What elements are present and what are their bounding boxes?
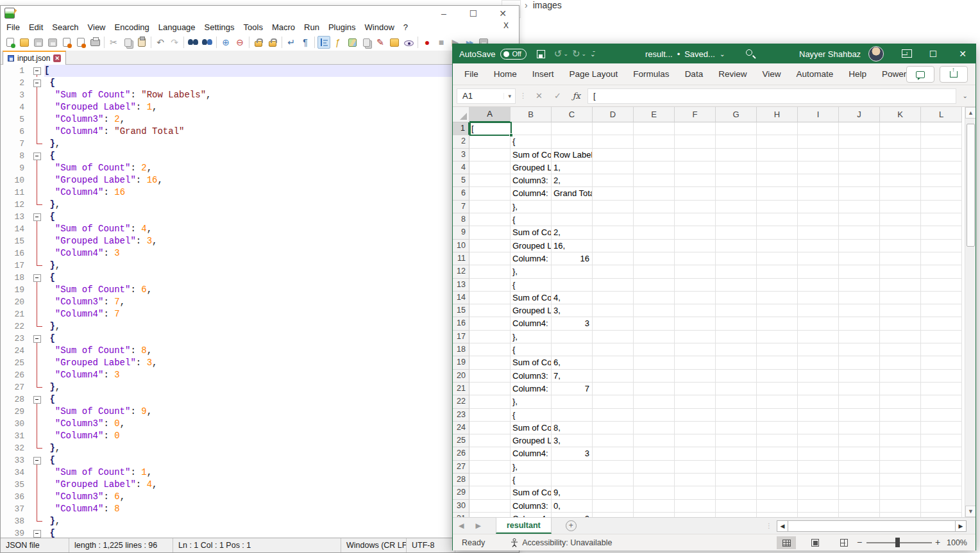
fold-marker[interactable] — [30, 406, 44, 418]
record-macro-icon[interactable]: ● — [421, 36, 434, 49]
row-header-15[interactable]: 15 — [453, 304, 469, 317]
cell-H1[interactable] — [757, 122, 798, 135]
fold-marker[interactable] — [30, 320, 44, 333]
confirm-entry-icon[interactable]: ✓ — [550, 91, 566, 101]
cell-D6[interactable] — [593, 187, 634, 200]
cell-C3[interactable]: Row Labels, — [552, 149, 593, 161]
cell-L15[interactable] — [921, 304, 962, 317]
cell-L2[interactable] — [921, 135, 962, 148]
cell-L9[interactable] — [921, 226, 962, 239]
cell-J2[interactable] — [839, 135, 880, 148]
cell-G16[interactable] — [716, 317, 757, 330]
cell-L25[interactable] — [921, 434, 962, 447]
cell-I24[interactable] — [798, 422, 839, 434]
code-line[interactable]: 30 "Column3": 0, — [1, 418, 519, 430]
cell-D8[interactable] — [593, 213, 634, 226]
cell-I30[interactable] — [798, 500, 839, 513]
cell-A7[interactable] — [469, 201, 511, 213]
cell-A29[interactable] — [469, 486, 511, 499]
menu-language[interactable]: Language — [154, 21, 200, 34]
name-box-chevron-icon[interactable]: ▾ — [503, 93, 515, 99]
cell-H8[interactable] — [757, 213, 798, 226]
cell-I5[interactable] — [798, 174, 839, 187]
column-header-K[interactable]: K — [880, 107, 921, 122]
cell-G2[interactable] — [716, 135, 757, 148]
cell-G24[interactable] — [716, 422, 757, 434]
menu-plugins[interactable]: Plugins — [324, 21, 360, 34]
cell-L4[interactable] — [921, 161, 962, 174]
row-header-8[interactable]: 8 — [453, 213, 469, 226]
cell-K11[interactable] — [880, 252, 921, 265]
cell-F15[interactable] — [675, 304, 716, 317]
row-header-19[interactable]: 19 — [453, 356, 469, 369]
cell-H22[interactable] — [757, 395, 798, 408]
row-header-6[interactable]: 6 — [453, 187, 469, 200]
cell-A31[interactable] — [469, 513, 511, 517]
cell-A20[interactable] — [469, 370, 511, 383]
row-header-7[interactable]: 7 — [453, 201, 469, 213]
share-button[interactable] — [940, 66, 968, 83]
cell-I22[interactable] — [798, 395, 839, 408]
cell-B27[interactable]: }, — [511, 461, 552, 474]
cell-J3[interactable] — [839, 149, 880, 161]
horizontal-scroll-track[interactable] — [788, 520, 955, 532]
cell-L22[interactable] — [921, 395, 962, 408]
cell-G31[interactable] — [716, 513, 757, 517]
fold-marker[interactable] — [30, 247, 44, 260]
cell-E5[interactable] — [634, 174, 675, 187]
code-line[interactable]: 6 "Column4": "Grand Total" — [1, 126, 519, 138]
cell-D13[interactable] — [593, 279, 634, 292]
code-line[interactable]: 28 { — [1, 393, 519, 406]
row-header-4[interactable]: 4 — [453, 161, 469, 174]
cell-K17[interactable] — [880, 331, 921, 343]
cell-K15[interactable] — [880, 304, 921, 317]
code-line[interactable]: 33 { — [1, 454, 519, 466]
cell-K25[interactable] — [880, 434, 921, 447]
cell-E7[interactable] — [634, 201, 675, 213]
code-line[interactable]: 15 "Grouped Label": 3, — [1, 235, 519, 247]
cell-L29[interactable] — [921, 486, 962, 499]
fold-marker[interactable] — [30, 138, 44, 150]
cell-H10[interactable] — [757, 240, 798, 252]
cell-J27[interactable] — [839, 461, 880, 474]
cell-K30[interactable] — [880, 500, 921, 513]
cell-E24[interactable] — [634, 422, 675, 434]
cell-D20[interactable] — [593, 370, 634, 383]
fold-marker[interactable] — [30, 113, 44, 126]
cell-I20[interactable] — [798, 370, 839, 383]
comments-button[interactable] — [906, 66, 934, 83]
cell-H3[interactable] — [757, 149, 798, 161]
cell-C1[interactable] — [552, 122, 593, 135]
fold-marker[interactable] — [30, 77, 44, 89]
scroll-up-icon[interactable]: ▲ — [965, 107, 976, 119]
row-header-3[interactable]: 3 — [453, 149, 469, 161]
cell-H9[interactable] — [757, 226, 798, 239]
cell-F13[interactable] — [675, 279, 716, 292]
cell-C20[interactable]: 7, — [552, 370, 593, 383]
cell-K12[interactable] — [880, 265, 921, 278]
cell-D21[interactable] — [593, 383, 634, 395]
cell-C4[interactable]: 1, — [552, 161, 593, 174]
cell-J24[interactable] — [839, 422, 880, 434]
cell-D22[interactable] — [593, 395, 634, 408]
cell-H16[interactable] — [757, 317, 798, 330]
cell-I12[interactable] — [798, 265, 839, 278]
cell-E30[interactable] — [634, 500, 675, 513]
code-line[interactable]: 7 }, — [1, 138, 519, 150]
row-header-12[interactable]: 12 — [453, 265, 469, 278]
menu-settings[interactable]: Settings — [200, 21, 239, 34]
ribbon-tab-formulas[interactable]: Formulas — [625, 69, 677, 79]
cell-D2[interactable] — [593, 135, 634, 148]
cell-C10[interactable]: 16, — [552, 240, 593, 252]
cell-G19[interactable] — [716, 356, 757, 369]
save-session-icon[interactable] — [266, 36, 279, 49]
row-header-21[interactable]: 21 — [453, 383, 469, 395]
fold-marker[interactable] — [30, 369, 44, 381]
fold-marker[interactable] — [30, 466, 44, 479]
cell-G7[interactable] — [716, 201, 757, 213]
cell-E1[interactable] — [634, 122, 675, 135]
cell-E13[interactable] — [634, 279, 675, 292]
cell-K9[interactable] — [880, 226, 921, 239]
cell-A23[interactable] — [469, 409, 511, 422]
cell-I6[interactable] — [798, 187, 839, 200]
